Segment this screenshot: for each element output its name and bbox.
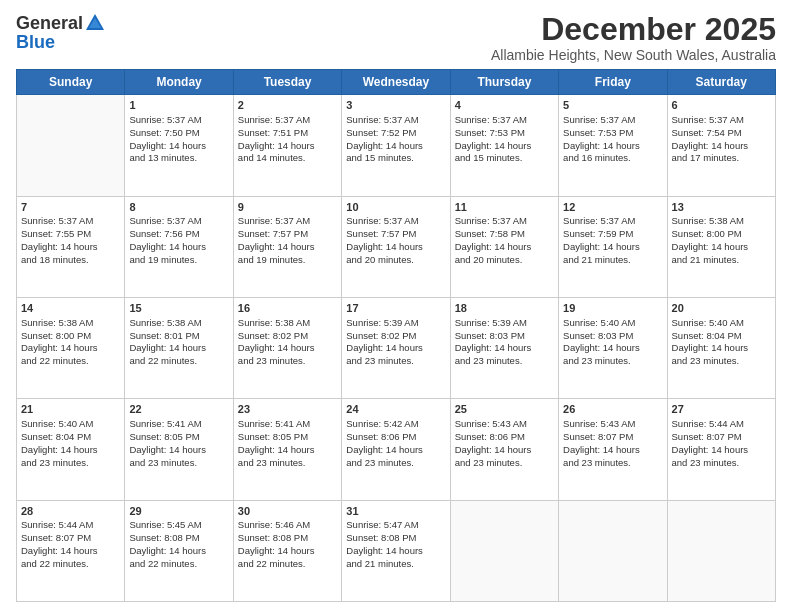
day-number: 12 — [563, 200, 662, 215]
table-row: 7Sunrise: 5:37 AMSunset: 7:55 PMDaylight… — [17, 196, 125, 297]
day-info-line: Daylight: 14 hours — [21, 241, 120, 254]
day-info-line: and 18 minutes. — [21, 254, 120, 267]
day-info-line: and 17 minutes. — [672, 152, 771, 165]
day-number: 24 — [346, 402, 445, 417]
day-number: 15 — [129, 301, 228, 316]
day-info-line: Sunrise: 5:39 AM — [346, 317, 445, 330]
day-info-line: Daylight: 14 hours — [238, 140, 337, 153]
table-row: 27Sunrise: 5:44 AMSunset: 8:07 PMDayligh… — [667, 399, 775, 500]
day-info-line: Sunset: 7:53 PM — [563, 127, 662, 140]
day-info-line: Sunrise: 5:42 AM — [346, 418, 445, 431]
table-row: 11Sunrise: 5:37 AMSunset: 7:58 PMDayligh… — [450, 196, 558, 297]
logo-icon — [84, 12, 106, 34]
day-info-line: Daylight: 14 hours — [346, 140, 445, 153]
day-info-line: Daylight: 14 hours — [129, 545, 228, 558]
day-info-line: Daylight: 14 hours — [346, 241, 445, 254]
day-info-line: Sunrise: 5:37 AM — [238, 114, 337, 127]
day-info-line: Sunset: 7:53 PM — [455, 127, 554, 140]
day-info-line: Sunset: 8:07 PM — [563, 431, 662, 444]
day-info-line: Sunset: 8:04 PM — [21, 431, 120, 444]
day-info-line: Sunrise: 5:41 AM — [238, 418, 337, 431]
day-info-line: Sunrise: 5:46 AM — [238, 519, 337, 532]
day-info-line: Daylight: 14 hours — [672, 444, 771, 457]
day-number: 2 — [238, 98, 337, 113]
table-row: 19Sunrise: 5:40 AMSunset: 8:03 PMDayligh… — [559, 297, 667, 398]
day-info-line: and 23 minutes. — [21, 457, 120, 470]
day-info-line: and 16 minutes. — [563, 152, 662, 165]
day-info-line: Sunrise: 5:43 AM — [455, 418, 554, 431]
day-info-line: and 19 minutes. — [238, 254, 337, 267]
day-number: 6 — [672, 98, 771, 113]
col-sunday: Sunday — [17, 70, 125, 95]
day-info-line: Sunrise: 5:38 AM — [129, 317, 228, 330]
col-saturday: Saturday — [667, 70, 775, 95]
table-row: 28Sunrise: 5:44 AMSunset: 8:07 PMDayligh… — [17, 500, 125, 601]
day-info-line: Sunrise: 5:37 AM — [129, 215, 228, 228]
day-info-line: Daylight: 14 hours — [238, 545, 337, 558]
table-row: 5Sunrise: 5:37 AMSunset: 7:53 PMDaylight… — [559, 95, 667, 196]
table-row: 16Sunrise: 5:38 AMSunset: 8:02 PMDayligh… — [233, 297, 341, 398]
table-row: 9Sunrise: 5:37 AMSunset: 7:57 PMDaylight… — [233, 196, 341, 297]
day-info-line: Daylight: 14 hours — [455, 140, 554, 153]
day-info-line: and 22 minutes. — [21, 558, 120, 571]
table-row: 29Sunrise: 5:45 AMSunset: 8:08 PMDayligh… — [125, 500, 233, 601]
location-subtitle: Allambie Heights, New South Wales, Austr… — [491, 47, 776, 63]
day-number: 27 — [672, 402, 771, 417]
table-row: 2Sunrise: 5:37 AMSunset: 7:51 PMDaylight… — [233, 95, 341, 196]
table-row: 14Sunrise: 5:38 AMSunset: 8:00 PMDayligh… — [17, 297, 125, 398]
day-number: 19 — [563, 301, 662, 316]
day-number: 25 — [455, 402, 554, 417]
day-number: 29 — [129, 504, 228, 519]
day-info-line: and 20 minutes. — [455, 254, 554, 267]
day-info-line: Sunrise: 5:38 AM — [672, 215, 771, 228]
logo-blue-text: Blue — [16, 32, 55, 52]
day-info-line: Sunset: 7:56 PM — [129, 228, 228, 241]
day-info-line: Sunrise: 5:40 AM — [563, 317, 662, 330]
day-number: 14 — [21, 301, 120, 316]
day-info-line: Sunset: 7:54 PM — [672, 127, 771, 140]
day-info-line: Sunrise: 5:39 AM — [455, 317, 554, 330]
table-row: 18Sunrise: 5:39 AMSunset: 8:03 PMDayligh… — [450, 297, 558, 398]
day-number: 3 — [346, 98, 445, 113]
day-number: 17 — [346, 301, 445, 316]
day-info-line: Daylight: 14 hours — [346, 342, 445, 355]
day-info-line: Sunset: 8:02 PM — [238, 330, 337, 343]
day-info-line: Sunrise: 5:45 AM — [129, 519, 228, 532]
day-info-line: and 23 minutes. — [672, 457, 771, 470]
table-row: 10Sunrise: 5:37 AMSunset: 7:57 PMDayligh… — [342, 196, 450, 297]
day-number: 22 — [129, 402, 228, 417]
day-info-line: Sunset: 8:08 PM — [238, 532, 337, 545]
day-info-line: Sunset: 7:50 PM — [129, 127, 228, 140]
day-number: 10 — [346, 200, 445, 215]
day-info-line: and 22 minutes. — [129, 558, 228, 571]
day-info-line: and 15 minutes. — [455, 152, 554, 165]
calendar-header-row: Sunday Monday Tuesday Wednesday Thursday… — [17, 70, 776, 95]
day-info-line: Sunrise: 5:37 AM — [563, 215, 662, 228]
table-row: 12Sunrise: 5:37 AMSunset: 7:59 PMDayligh… — [559, 196, 667, 297]
day-info-line: Daylight: 14 hours — [563, 444, 662, 457]
day-info-line: and 22 minutes. — [21, 355, 120, 368]
day-number: 26 — [563, 402, 662, 417]
table-row: 3Sunrise: 5:37 AMSunset: 7:52 PMDaylight… — [342, 95, 450, 196]
day-info-line: Sunset: 7:59 PM — [563, 228, 662, 241]
table-row: 23Sunrise: 5:41 AMSunset: 8:05 PMDayligh… — [233, 399, 341, 500]
table-row: 25Sunrise: 5:43 AMSunset: 8:06 PMDayligh… — [450, 399, 558, 500]
day-number: 9 — [238, 200, 337, 215]
day-info-line: Daylight: 14 hours — [346, 444, 445, 457]
day-info-line: and 22 minutes. — [238, 558, 337, 571]
day-info-line: Sunrise: 5:37 AM — [455, 215, 554, 228]
day-info-line: Daylight: 14 hours — [21, 444, 120, 457]
day-info-line: Daylight: 14 hours — [563, 241, 662, 254]
day-info-line: and 23 minutes. — [129, 457, 228, 470]
table-row: 24Sunrise: 5:42 AMSunset: 8:06 PMDayligh… — [342, 399, 450, 500]
day-info-line: Sunrise: 5:37 AM — [346, 215, 445, 228]
day-info-line: Sunrise: 5:37 AM — [129, 114, 228, 127]
calendar-week-row: 28Sunrise: 5:44 AMSunset: 8:07 PMDayligh… — [17, 500, 776, 601]
table-row: 31Sunrise: 5:47 AMSunset: 8:08 PMDayligh… — [342, 500, 450, 601]
day-info-line: Daylight: 14 hours — [238, 342, 337, 355]
col-friday: Friday — [559, 70, 667, 95]
day-info-line: Daylight: 14 hours — [455, 342, 554, 355]
day-info-line: Sunset: 8:07 PM — [672, 431, 771, 444]
day-number: 4 — [455, 98, 554, 113]
day-info-line: Sunrise: 5:38 AM — [21, 317, 120, 330]
